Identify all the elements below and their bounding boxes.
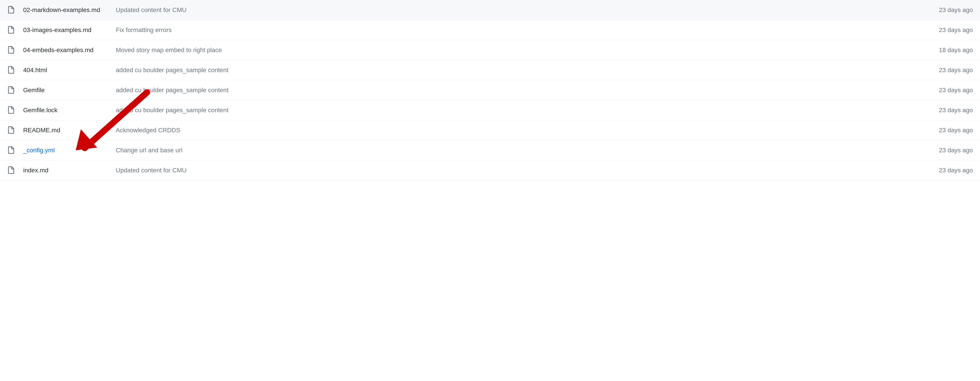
table-row: 02-markdown-examples.mdUpdated content f… xyxy=(0,0,980,20)
file-icon xyxy=(7,106,21,115)
file-link[interactable]: _config.yml xyxy=(23,147,55,154)
file-name[interactable]: _config.yml xyxy=(21,147,105,154)
commit-message: Acknowledged CRDDS xyxy=(105,127,915,134)
timestamp: 23 days ago xyxy=(915,27,973,33)
commit-message: added cu boulder pages_sample content xyxy=(105,107,915,114)
table-row: _config.ymlChange url and base url23 day… xyxy=(0,140,980,160)
commit-message: Updated content for CMU xyxy=(105,167,915,174)
timestamp: 23 days ago xyxy=(915,147,973,154)
file-name: 02-markdown-examples.md xyxy=(21,6,105,14)
file-icon xyxy=(7,146,21,155)
table-row: README.mdAcknowledged CRDDS23 days ago xyxy=(0,120,980,140)
file-icon xyxy=(7,166,21,175)
file-icon xyxy=(7,6,21,14)
file-icon xyxy=(7,86,21,95)
file-name: README.md xyxy=(21,127,105,134)
file-name: 404.html xyxy=(21,67,105,74)
commit-message: added cu boulder pages_sample content xyxy=(105,67,915,74)
table-row: 404.htmladded cu boulder pages_sample co… xyxy=(0,60,980,80)
timestamp: 23 days ago xyxy=(915,6,973,14)
table-row: Gemfileadded cu boulder pages_sample con… xyxy=(0,80,980,100)
timestamp: 18 days ago xyxy=(915,46,973,54)
file-icon xyxy=(7,25,21,35)
commit-message: Updated content for CMU xyxy=(105,6,915,14)
commit-message: Change url and base url xyxy=(105,147,915,154)
file-icon xyxy=(7,46,21,54)
file-icon xyxy=(7,126,21,135)
file-icon xyxy=(7,66,21,75)
file-name: 03-images-examples.md xyxy=(21,27,105,33)
timestamp: 23 days ago xyxy=(915,67,973,74)
timestamp: 23 days ago xyxy=(915,167,973,174)
file-name: Gemfile.lock xyxy=(21,107,105,114)
timestamp: 23 days ago xyxy=(915,87,973,94)
commit-message: Fix formatting errors xyxy=(105,27,915,33)
file-name: 04-embeds-examples.md xyxy=(21,46,105,54)
commit-message: Moved story map embed to right place xyxy=(105,46,915,54)
timestamp: 23 days ago xyxy=(915,127,973,134)
table-row: index.mdUpdated content for CMU23 days a… xyxy=(0,160,980,180)
table-row: 03-images-examples.mdFix formatting erro… xyxy=(0,20,980,40)
file-name: Gemfile xyxy=(21,87,105,94)
commit-message: added cu boulder pages_sample content xyxy=(105,87,915,94)
timestamp: 23 days ago xyxy=(915,107,973,114)
table-row: 04-embeds-examples.mdMoved story map emb… xyxy=(0,40,980,60)
table-row: Gemfile.lockadded cu boulder pages_sampl… xyxy=(0,100,980,120)
file-list: 02-markdown-examples.mdUpdated content f… xyxy=(0,0,980,180)
file-name: index.md xyxy=(21,167,105,174)
